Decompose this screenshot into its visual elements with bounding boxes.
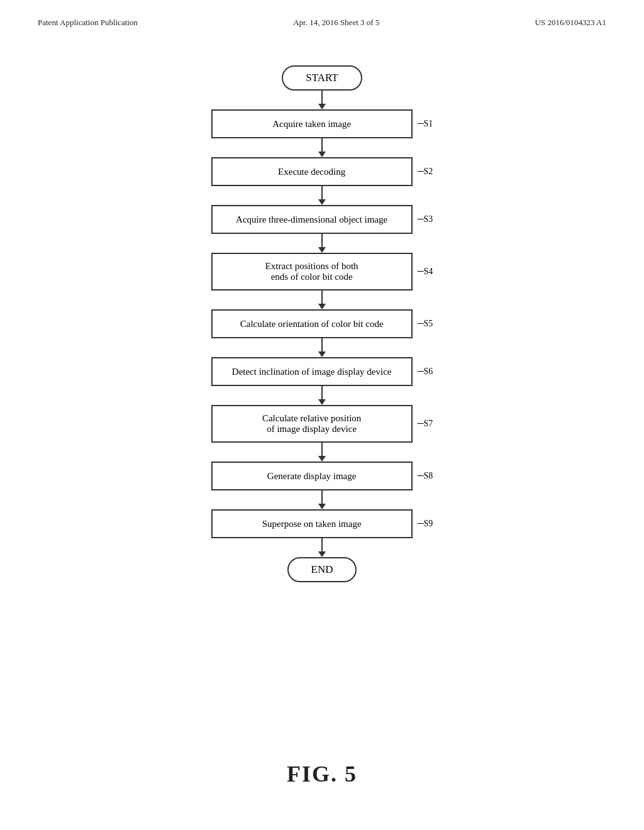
step-s8-box: Generate display image — [211, 462, 413, 490]
step-row-s8: Generate display image ─S8 — [211, 462, 433, 490]
arrow-8 — [318, 490, 326, 509]
header-middle: Apr. 14, 2016 Sheet 3 of 5 — [293, 18, 379, 28]
step-s4-label: Extract positions of both ends of color … — [265, 261, 358, 282]
step-s7-box: Calculate relative position of image dis… — [211, 405, 413, 443]
step-s6-box: Detect inclination of image display devi… — [211, 357, 413, 386]
step-row-s5: Calculate orientation of color bit code … — [211, 309, 433, 338]
step-row-s6: Detect inclination of image display devi… — [211, 357, 433, 386]
step-s3-id: ─S3 — [418, 214, 433, 224]
step-s3-box: Acquire three-dimensional object image — [211, 205, 413, 234]
start-node: START — [282, 65, 362, 91]
step-s8-label: Generate display image — [267, 471, 357, 482]
arrow-0 — [318, 91, 326, 109]
step-s8-id: ─S8 — [418, 471, 433, 481]
step-row-s3: Acquire three-dimensional object image ─… — [211, 205, 433, 234]
arrow-6 — [318, 386, 326, 405]
arrow-9 — [318, 538, 326, 557]
figure-caption: FIG. 5 — [287, 761, 357, 787]
step-s2-box: Execute decoding — [211, 157, 413, 186]
step-s1-box: Acquire taken image — [211, 109, 413, 138]
step-s4-id: ─S4 — [418, 267, 433, 277]
page-header: Patent Application Publication Apr. 14, … — [0, 0, 644, 28]
step-s1-id: ─S1 — [418, 119, 433, 129]
step-s5-label: Calculate orientation of color bit code — [240, 319, 384, 329]
arrow-4 — [318, 290, 326, 309]
arrow-2 — [318, 186, 326, 205]
step-s2-id: ─S2 — [418, 167, 433, 177]
arrow-7 — [318, 443, 326, 462]
step-row-s9: Superpose on taken image ─S9 — [211, 509, 433, 538]
step-s9-label: Superpose on taken image — [262, 519, 362, 529]
step-row-s2: Execute decoding ─S2 — [211, 157, 433, 186]
step-s3-label: Acquire three-dimensional object image — [236, 214, 387, 225]
step-s4-box: Extract positions of both ends of color … — [211, 253, 413, 290]
arrow-3 — [318, 234, 326, 253]
step-s6-label: Detect inclination of image display devi… — [232, 367, 392, 377]
arrow-5 — [318, 338, 326, 357]
step-row-s1: Acquire taken image ─S1 — [211, 109, 433, 138]
header-right: US 2016/0104323 A1 — [535, 18, 606, 28]
end-node: END — [287, 557, 357, 582]
step-s9-id: ─S9 — [418, 519, 433, 529]
step-s2-label: Execute decoding — [278, 167, 345, 177]
step-row-s7: Calculate relative position of image dis… — [211, 405, 433, 443]
step-s5-box: Calculate orientation of color bit code — [211, 309, 413, 338]
flowchart: START Acquire taken image ─S1 Execute de… — [0, 65, 644, 582]
step-s7-id: ─S7 — [418, 419, 433, 429]
step-s9-box: Superpose on taken image — [211, 509, 413, 538]
step-s5-id: ─S5 — [418, 319, 433, 329]
step-s7-label: Calculate relative position of image dis… — [262, 413, 361, 434]
step-row-s4: Extract positions of both ends of color … — [211, 253, 433, 290]
step-s6-id: ─S6 — [418, 367, 433, 377]
header-left: Patent Application Publication — [38, 18, 138, 28]
arrow-1 — [318, 138, 326, 157]
step-s1-label: Acquire taken image — [272, 119, 351, 130]
